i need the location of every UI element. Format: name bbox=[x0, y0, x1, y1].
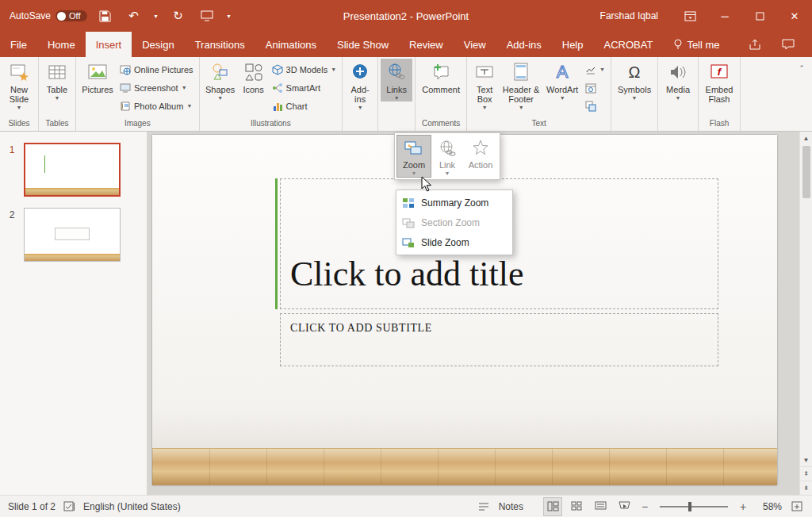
zoom-menu-button[interactable]: Zoom ▼ bbox=[397, 136, 431, 177]
header-footer-icon bbox=[511, 61, 531, 83]
notes-button[interactable]: Notes bbox=[499, 501, 523, 512]
pictures-button[interactable]: Pictures bbox=[79, 59, 117, 94]
summary-zoom-item[interactable]: Summary Zoom bbox=[396, 193, 512, 213]
reading-view-button[interactable] bbox=[592, 498, 609, 515]
language-indicator[interactable]: English (United States) bbox=[83, 501, 181, 512]
slide-number-indicator[interactable]: Slide 1 of 2 bbox=[8, 501, 56, 512]
screenshot-button[interactable]: Screenshot ▼ bbox=[117, 79, 197, 97]
shapes-button[interactable]: Shapes ▼ bbox=[202, 59, 239, 101]
zoom-slider-thumb[interactable] bbox=[688, 502, 691, 511]
insert-object-button[interactable] bbox=[582, 97, 608, 115]
tab-animations[interactable]: Animations bbox=[255, 32, 327, 57]
online-pictures-button[interactable]: Online Pictures bbox=[117, 60, 197, 79]
date-time-button[interactable] bbox=[582, 79, 608, 97]
scroll-down-button[interactable]: ▼ bbox=[800, 454, 812, 466]
media-button[interactable]: Media ▼ bbox=[661, 59, 695, 101]
tab-file[interactable]: File bbox=[0, 32, 37, 57]
slide-canvas[interactable]: Click to add title CLICK TO ADD SUBTITLE bbox=[152, 135, 777, 485]
comment-button[interactable]: Comment bbox=[418, 59, 464, 94]
maximize-button[interactable] bbox=[742, 0, 777, 32]
powerpoint-window: AutoSave Off ↶ ▾ ↻ ▾ Presentation2 - Pow… bbox=[0, 0, 812, 517]
next-slide-button[interactable]: ⇟ bbox=[800, 481, 812, 495]
wordart-icon: A bbox=[552, 61, 573, 83]
quick-access-customize-button[interactable]: ▾ bbox=[225, 13, 233, 20]
group-label-text: Text bbox=[467, 118, 611, 131]
share-icon[interactable] bbox=[749, 39, 761, 50]
icons-button[interactable]: Icons bbox=[239, 59, 269, 94]
tab-home[interactable]: Home bbox=[37, 32, 86, 57]
collapse-ribbon-button[interactable]: ⌃ bbox=[795, 64, 808, 72]
link-menu-icon bbox=[438, 138, 457, 159]
slide-show-view-button[interactable] bbox=[615, 498, 633, 515]
scroll-up-button[interactable]: ▲ bbox=[800, 132, 812, 144]
spell-check-icon[interactable] bbox=[63, 501, 75, 512]
chart-button[interactable]: Chart bbox=[269, 97, 340, 115]
tab-transitions[interactable]: Transitions bbox=[185, 32, 255, 57]
zoom-level[interactable]: 58% bbox=[755, 501, 782, 512]
tab-tell-me[interactable]: Tell me bbox=[663, 32, 730, 57]
screenshot-dropdown: ▼ bbox=[182, 85, 187, 90]
tab-view[interactable]: View bbox=[454, 32, 496, 57]
table-icon bbox=[47, 61, 67, 83]
text-box-button[interactable]: Text Box ▼ bbox=[469, 59, 500, 111]
close-button[interactable]: ✕ bbox=[777, 0, 812, 32]
undo-button[interactable]: ↶ bbox=[124, 6, 144, 26]
tab-acrobat[interactable]: ACROBAT bbox=[594, 32, 664, 57]
smartart-button[interactable]: SmartArt bbox=[269, 79, 340, 97]
scrollbar-thumb[interactable] bbox=[802, 146, 810, 198]
table-button[interactable]: Table ▼ bbox=[41, 59, 73, 101]
thumbnail-row-1: 1 bbox=[0, 143, 147, 197]
embed-flash-button[interactable]: f Embed Flash bbox=[701, 59, 737, 104]
3d-models-button[interactable]: 3D Models ▼ bbox=[269, 60, 340, 79]
touch-mouse-mode-button[interactable] bbox=[197, 6, 217, 26]
embed-flash-icon: f bbox=[709, 61, 730, 83]
user-name: Farshad Iqbal bbox=[600, 10, 658, 21]
autosave-switch: Off bbox=[56, 10, 86, 21]
redo-button[interactable]: ↻ bbox=[168, 6, 189, 26]
tab-insert[interactable]: Insert bbox=[86, 32, 132, 57]
links-button[interactable]: Links ▼ bbox=[381, 59, 412, 101]
action-menu-button[interactable]: Action bbox=[464, 136, 497, 177]
zoom-slider[interactable] bbox=[660, 506, 728, 507]
fit-to-window-button[interactable] bbox=[788, 498, 806, 515]
slide-2-thumbnail[interactable] bbox=[24, 208, 121, 262]
add-ins-icon bbox=[350, 61, 370, 83]
group-flash: f Embed Flash Flash bbox=[699, 57, 741, 131]
tab-help[interactable]: Help bbox=[552, 32, 594, 57]
subtitle-placeholder[interactable]: CLICK TO ADD SUBTITLE bbox=[280, 313, 718, 366]
tab-slide-show[interactable]: Slide Show bbox=[327, 32, 399, 57]
minimize-button[interactable]: ─ bbox=[707, 0, 742, 32]
undo-icon: ↶ bbox=[128, 9, 139, 23]
wordart-button[interactable]: A WordArt ▼ bbox=[542, 59, 582, 101]
slide-floor-graphic bbox=[152, 448, 777, 485]
symbols-button[interactable]: Ω Symbols ▼ bbox=[614, 59, 655, 101]
previous-slide-button[interactable]: ⇞ bbox=[800, 466, 812, 481]
new-slide-dropdown: ▼ bbox=[17, 105, 22, 111]
add-ins-button[interactable]: Add-ins ▼ bbox=[345, 59, 375, 111]
slide-zoom-item[interactable]: Slide Zoom bbox=[396, 232, 512, 252]
maximize-icon bbox=[756, 12, 764, 21]
section-zoom-item[interactable]: Section Zoom bbox=[396, 213, 512, 232]
signature-line-button[interactable]: ▼ bbox=[582, 60, 608, 79]
zoom-in-button[interactable]: + bbox=[737, 500, 749, 513]
screenshot-icon bbox=[120, 82, 131, 94]
tab-design[interactable]: Design bbox=[132, 32, 184, 57]
tab-review[interactable]: Review bbox=[399, 32, 454, 57]
slide-1-thumbnail[interactable] bbox=[24, 143, 121, 197]
autosave-toggle[interactable]: AutoSave Off bbox=[10, 10, 87, 21]
photo-album-button[interactable]: Photo Album ▼ bbox=[117, 97, 197, 115]
link-menu-button[interactable]: Link ▼ bbox=[431, 136, 464, 177]
group-label-slides: Slides bbox=[0, 118, 38, 131]
slide-sorter-view-button[interactable] bbox=[568, 498, 585, 515]
group-tables: Table ▼ Tables bbox=[39, 57, 76, 131]
save-button[interactable] bbox=[95, 6, 116, 26]
autosave-knob bbox=[57, 12, 66, 21]
new-slide-button[interactable]: New Slide ▼ bbox=[2, 59, 36, 111]
tab-add-ins[interactable]: Add-ins bbox=[496, 32, 552, 57]
comments-icon[interactable] bbox=[782, 39, 795, 50]
header-footer-button[interactable]: Header & Footer ▼ bbox=[500, 59, 542, 111]
ribbon-display-options-button[interactable] bbox=[672, 0, 707, 32]
normal-view-button[interactable] bbox=[544, 498, 561, 515]
undo-dropdown[interactable]: ▾ bbox=[152, 13, 160, 20]
zoom-out-button[interactable]: − bbox=[639, 500, 650, 513]
